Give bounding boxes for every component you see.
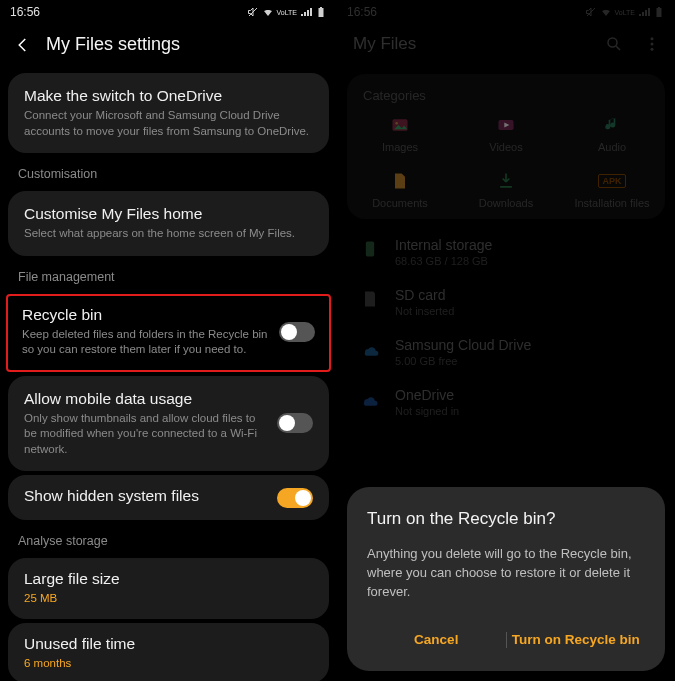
mobile-data-sub: Only show thumbnails and allow cloud fil…: [24, 411, 267, 458]
settings-pane: 16:56 VoLTE My Files settings Make the s…: [0, 0, 337, 681]
recycle-toggle[interactable]: [279, 322, 315, 342]
unused-time-row[interactable]: Unused file time 6 months: [8, 623, 329, 681]
signal-icon: [300, 6, 312, 18]
battery-icon: [315, 6, 327, 18]
header: My Files settings: [0, 24, 337, 69]
section-file-management: File management: [0, 260, 337, 290]
hidden-toggle[interactable]: [277, 488, 313, 508]
unused-title: Unused file time: [24, 635, 313, 653]
status-bar: 16:56 VoLTE: [0, 0, 337, 24]
section-customisation: Customisation: [0, 157, 337, 187]
back-icon[interactable]: [14, 36, 32, 54]
large-file-value: 25 MB: [24, 591, 313, 607]
mute-icon: [247, 6, 259, 18]
recycle-bin-row-highlighted[interactable]: Recycle bin Keep deleted files and folde…: [6, 294, 331, 372]
dialog-title: Turn on the Recycle bin?: [367, 509, 645, 529]
mobile-data-title: Allow mobile data usage: [24, 390, 267, 408]
large-file-title: Large file size: [24, 570, 313, 588]
hidden-title: Show hidden system files: [24, 487, 267, 505]
large-file-row[interactable]: Large file size 25 MB: [8, 558, 329, 619]
hidden-files-row[interactable]: Show hidden system files: [8, 475, 329, 520]
page-title: My Files settings: [46, 34, 180, 55]
status-icons: VoLTE: [247, 6, 328, 18]
onedrive-sub: Connect your Microsoft and Samsung Cloud…: [24, 108, 313, 139]
onedrive-title: Make the switch to OneDrive: [24, 87, 313, 105]
customise-home-card[interactable]: Customise My Files home Select what appe…: [8, 191, 329, 256]
cancel-button[interactable]: Cancel: [367, 622, 506, 657]
recycle-sub: Keep deleted files and folders in the Re…: [22, 327, 269, 358]
files-pane: 16:56 VoLTE My Files Categories Images V…: [337, 0, 675, 681]
mobile-data-toggle[interactable]: [277, 413, 313, 433]
onedrive-switch-card[interactable]: Make the switch to OneDrive Connect your…: [8, 73, 329, 153]
recycle-title: Recycle bin: [22, 306, 269, 324]
recycle-dialog: Turn on the Recycle bin? Anything you de…: [347, 487, 665, 671]
confirm-button[interactable]: Turn on Recycle bin: [507, 622, 646, 657]
section-analyse: Analyse storage: [0, 524, 337, 554]
customise-home-sub: Select what appears on the home screen o…: [24, 226, 313, 242]
wifi-icon: [262, 6, 274, 18]
mobile-data-row[interactable]: Allow mobile data usage Only show thumbn…: [8, 376, 329, 472]
unused-value: 6 months: [24, 656, 313, 672]
clock: 16:56: [10, 5, 40, 19]
dialog-body: Anything you delete will go to the Recyc…: [367, 545, 645, 602]
customise-home-title: Customise My Files home: [24, 205, 313, 223]
